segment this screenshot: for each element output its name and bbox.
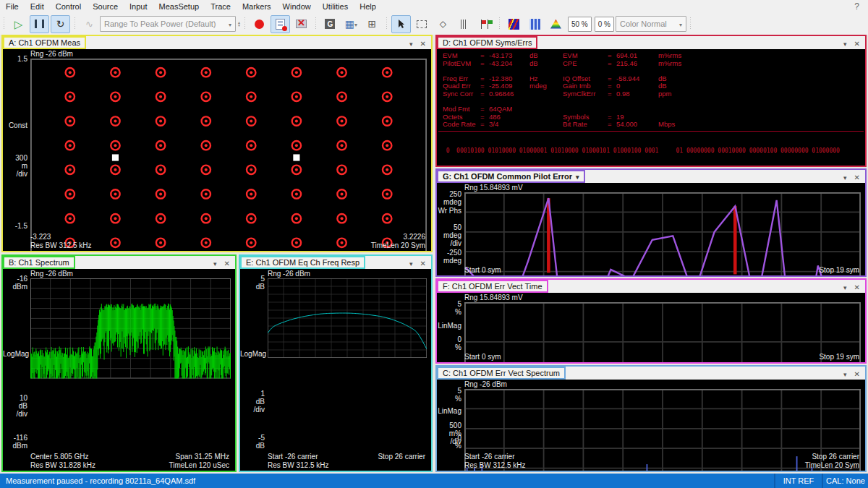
g-icon: G: [325, 19, 335, 29]
window-close-icon[interactable]: [854, 170, 860, 183]
menu-help[interactable]: Help: [354, 1, 382, 12]
toolbar-drag-handle[interactable]: [243, 17, 247, 30]
waterfall-button[interactable]: [525, 15, 545, 33]
window-tab[interactable]: F: Ch1 OFDM Err Vect Time: [437, 280, 548, 293]
range-label: Rng -26 dBm: [464, 380, 507, 388]
plot-area-err-vect-spectrum[interactable]: [464, 389, 861, 471]
intensity-input[interactable]: 50 %: [568, 17, 592, 32]
y-axis-bottom-label: -5 dB: [240, 434, 265, 450]
window-tab[interactable]: C: Ch1 OFDM Err Vect Spectrum: [437, 367, 566, 380]
window-menu-icon[interactable]: [843, 367, 847, 380]
restart-button[interactable]: [51, 15, 70, 33]
spectrogram-button[interactable]: [504, 15, 524, 33]
toolbar-drag-handle[interactable]: [2, 17, 6, 30]
menu-edit[interactable]: Edit: [25, 1, 50, 12]
window-tab[interactable]: G: Ch1 OFDM Common Pilot Error: [437, 170, 585, 183]
plot-area-pilot-error[interactable]: [464, 192, 861, 275]
plot-area-eq-freq-resp[interactable]: [268, 278, 427, 358]
window-menu-icon[interactable]: [409, 256, 413, 269]
band-markers-button[interactable]: [475, 15, 495, 33]
window-menu-icon[interactable]: [843, 280, 847, 293]
syms-errs-content: EVM=-43.173dBEVM=694.01m%rmsPilotEVM=-43…: [437, 49, 865, 166]
menu-markers[interactable]: Markers: [237, 1, 277, 12]
recording-doc-icon: [276, 19, 285, 30]
pause-button[interactable]: [30, 15, 49, 33]
grid-settings-button[interactable]: G: [320, 15, 340, 33]
color-mode-dropdown: Color Normal: [616, 16, 686, 32]
window-tab[interactable]: D: Ch1 OFDM Syms/Errs: [437, 36, 537, 49]
toolbar-drag-handle[interactable]: [689, 17, 692, 30]
pause-icon: [35, 20, 44, 28]
window-titlebar[interactable]: C: Ch1 OFDM Err Vect Spectrum: [437, 367, 865, 380]
player-off-button[interactable]: [292, 15, 311, 33]
colormap-button[interactable]: [546, 15, 566, 33]
window-menu-icon[interactable]: [213, 256, 217, 269]
offset-markers-button[interactable]: [454, 15, 474, 33]
floor-value: 0 %: [598, 20, 610, 28]
window-close-icon[interactable]: [854, 280, 860, 293]
plot-area-spectrum[interactable]: [30, 278, 231, 379]
syms-errs-row: PilotEVM=-43.204dBCPE=215.46m%rms: [443, 60, 865, 68]
menu-control[interactable]: Control: [50, 1, 87, 12]
menu-file[interactable]: File: [0, 1, 25, 12]
y-axis-div-label: 10 dB /div: [3, 394, 27, 418]
syms-errs-row: Sync Corr=0.96846SymClkErr=0.98ppm: [443, 90, 865, 98]
toolbar-drag-handle[interactable]: [385, 17, 388, 30]
window-menu-icon[interactable]: [843, 170, 847, 183]
menu-trace[interactable]: Trace: [205, 1, 237, 12]
menu-utilities[interactable]: Utilities: [317, 1, 354, 12]
window-title: A: Ch1 OFDM Meas: [9, 38, 80, 47]
window-titlebar[interactable]: G: Ch1 OFDM Common Pilot Error: [437, 170, 865, 183]
window-titlebar[interactable]: E: Ch1 OFDM Eq Ch Freq Resp: [240, 256, 431, 269]
window-close-icon[interactable]: [420, 36, 426, 49]
window-menu-icon[interactable]: [843, 36, 847, 49]
window-title: B: Ch1 Spectrum: [9, 258, 69, 267]
y-axis-format-label: Const: [3, 121, 27, 129]
x-axis-stop-label: Stop 19 sym: [819, 353, 859, 361]
toolbar-drag-handle[interactable]: [314, 17, 318, 30]
y-axis-bottom-label: -116 dBm: [3, 434, 27, 450]
record-button[interactable]: [250, 15, 269, 33]
menu-meassetup[interactable]: MeasSetup: [153, 1, 205, 12]
floor-input[interactable]: 0 %: [595, 17, 614, 32]
zoom-select-button[interactable]: [412, 15, 432, 33]
plot-area-constellation[interactable]: [30, 59, 427, 251]
help-icon[interactable]: ?: [854, 1, 868, 12]
window-close-icon[interactable]: [224, 256, 230, 269]
menu-input[interactable]: Input: [124, 1, 153, 12]
window-titlebar[interactable]: B: Ch1 Spectrum: [3, 256, 235, 269]
window-tab[interactable]: E: Ch1 OFDM Eq Ch Freq Resp: [240, 256, 365, 269]
toolbar-drag-handle[interactable]: [73, 17, 77, 30]
window-titlebar[interactable]: A: Ch1 OFDM Meas: [3, 36, 431, 49]
marker-button[interactable]: [433, 15, 453, 33]
red-flag-icon: [481, 20, 482, 29]
range-dropdown-value: Range To Peak Power (Default): [104, 20, 224, 28]
recording-file-button[interactable]: [271, 15, 290, 33]
trace-layout-button[interactable]: [362, 15, 382, 33]
window-layout-button[interactable]: [341, 15, 361, 33]
plot-area-err-vect-time[interactable]: [464, 302, 861, 362]
diamond-marker-icon: [440, 19, 446, 29]
run-button[interactable]: [9, 15, 28, 33]
chevron-down-icon[interactable]: [576, 172, 579, 181]
window-close-icon[interactable]: [420, 256, 426, 269]
window-titlebar[interactable]: F: Ch1 OFDM Err Vect Time: [437, 280, 865, 293]
window-err-vect-time: F: Ch1 OFDM Err Vect Time Rng 15.84893 m…: [435, 278, 867, 364]
window-close-icon[interactable]: [854, 367, 860, 380]
menu-source[interactable]: Source: [87, 1, 124, 12]
range-label: Rng -26 dBm: [30, 270, 73, 278]
window-tab[interactable]: B: Ch1 Spectrum: [3, 256, 75, 269]
syms-errs-row: Code Rate=3/4Bit Rate=54.000Mbps: [443, 121, 865, 129]
select-button[interactable]: [391, 15, 411, 33]
menu-window[interactable]: Window: [277, 1, 317, 12]
window-menu-icon[interactable]: [409, 36, 413, 49]
x-axis-stop-label: Stop 26 carrier: [378, 453, 425, 461]
window-titlebar[interactable]: D: Ch1 OFDM Syms/Errs: [437, 36, 865, 49]
window-tab[interactable]: A: Ch1 OFDM Meas: [3, 36, 86, 49]
x-axis-stop-label: Stop 26 carrier: [812, 453, 859, 461]
window-close-icon[interactable]: [854, 36, 860, 49]
y-axis-bottom-label: 0 %: [437, 434, 461, 450]
toolbar-drag-handle[interactable]: [498, 17, 501, 30]
res-bw-label: Res BW 312.5 kHz: [268, 461, 328, 469]
y-axis-top-label: -16 dBm: [3, 275, 27, 291]
